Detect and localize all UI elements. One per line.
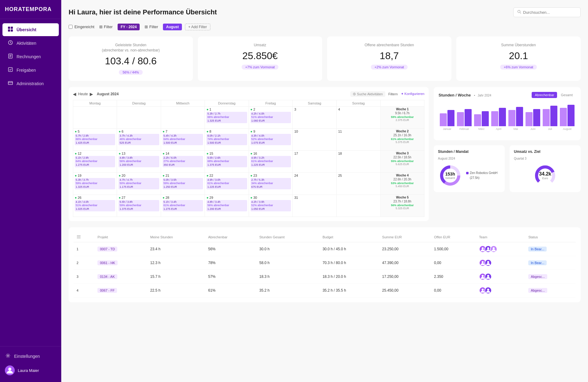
bar-light	[560, 108, 567, 126]
cal-prev-button[interactable]: ◀	[73, 92, 76, 96]
month-chip[interactable]: August	[163, 24, 182, 30]
status-cell: Abgesc...	[525, 270, 576, 283]
calendar-day[interactable]: ●294.8h / 3.4h56% abrechenbar1.200 EUR	[205, 195, 249, 217]
admin-icon	[7, 81, 13, 87]
calendar-day[interactable]: 31	[292, 195, 336, 217]
svg-point-25	[487, 275, 489, 277]
th-stunden-gesamt: Stunden Gesamt	[256, 232, 319, 242]
calendar-card: ◀ Heute ▶ August 2024 Suche Aktivitäten …	[69, 87, 429, 221]
sidebar-item-label: Aktivitäten	[17, 41, 36, 46]
filter-button-2[interactable]: ⊞ Filter	[143, 23, 160, 30]
user-profile[interactable]: Laura Maier	[2, 362, 59, 378]
summe-eur-cell: 47.390,00	[379, 256, 431, 270]
table-row[interactable]: 1 0007 - TD 23.4 h 56% 30.0 h 30.0 h / 4…	[74, 242, 576, 256]
bar-light	[440, 113, 447, 126]
filter-button-1[interactable]: ⊞ Filter	[97, 23, 115, 30]
th-icon	[74, 232, 94, 242]
calendar-day[interactable]: 4	[337, 106, 380, 128]
table-row[interactable]: 4 0067 - FF 22.5 h 61% 35.2 h 35.2 h / 3…	[74, 283, 576, 297]
calendar-day[interactable]: ●204.7h / 4.7h50% abrechenbar1.175 EUR	[117, 172, 161, 195]
calendar-day[interactable]: ●224.9h / 3.0h61% abrechenbar1.225 EUR	[205, 172, 249, 195]
settings-item[interactable]: Einstellungen	[2, 350, 59, 362]
add-filter-button[interactable]: + Add Filter	[185, 24, 210, 30]
avatar	[5, 365, 15, 375]
tab-gesamt[interactable]: Gesamt	[558, 92, 576, 98]
svg-rect-0	[8, 27, 10, 29]
sidebar-item-rechnungen[interactable]: Rechnungen	[2, 50, 59, 63]
calendar-day[interactable]: ●142.2h / 6.0h27% abrechenbar350 EUR	[161, 150, 205, 172]
sidebar-item-aktivitaeten[interactable]: Aktivitäten	[2, 37, 59, 50]
calendar-day[interactable]: ●134.8h / 3.8h56% abrechenbar1.200 EUR	[117, 150, 161, 172]
sidebar-item-freigaben[interactable]: Freigaben	[2, 64, 59, 77]
calendar-day[interactable]: ●63.7h / 4.3h46% abrechenbar525 EUR	[117, 128, 161, 150]
calendar-day[interactable]: ●94.3h / 4.0h52% abrechenbar1.075 EUR	[249, 128, 292, 150]
calendar-day[interactable]: ●304.2h / 3.9h52% abrechenbar1.050 EUR	[249, 195, 292, 217]
col-freitag: Freitag	[249, 100, 292, 106]
calendar-week-summary: Woche 4 22.6h / 20.3h 53% abrechenbar 5.…	[380, 172, 424, 195]
sidebar-item-administration[interactable]: Administration	[2, 77, 59, 90]
search-input[interactable]	[523, 10, 577, 15]
calendar-day[interactable]: ●285.1h / 3.4h61% abrechenbar1.275 EUR	[161, 195, 205, 217]
svg-point-24	[482, 275, 484, 277]
page-header: Hi Laura, hier ist deine Performance Übe…	[69, 7, 581, 17]
table-row[interactable]: 2 0061 - HK 12.3 h 78% 58.0 h 70.3 h / 8…	[74, 256, 576, 270]
configure-label[interactable]: ✦ Konfigurieren	[401, 92, 425, 96]
bar-group	[560, 105, 575, 126]
search-box[interactable]	[513, 7, 581, 17]
calendar-day[interactable]: 10	[292, 128, 336, 150]
calendar-day[interactable]: ●15.3h / 2.7h66% abrechenbar1.325 EUR	[205, 106, 249, 128]
bar-group	[474, 111, 489, 126]
summe-eur-cell: 25.450,00	[379, 283, 431, 297]
kpi-value-3: 20.1	[462, 50, 575, 62]
eingereicht-filter[interactable]: Eingereicht	[69, 25, 94, 29]
calendar-day[interactable]: 11	[337, 128, 380, 150]
calendar-day[interactable]: ●125.1h / 2.9h64% abrechenbar1.275 EUR	[73, 150, 117, 172]
clock-icon	[7, 40, 13, 46]
sidebar-item-uebersicht[interactable]: Übersicht	[2, 23, 59, 36]
year-chip[interactable]: FY - 2024	[118, 24, 140, 30]
calendar-day[interactable]: 18	[337, 150, 380, 172]
kpi-badge-0: 56% / 44%	[119, 70, 142, 75]
calendar-day[interactable]: ●264.1h / 4.0h51% abrechenbar1.025 EUR	[73, 195, 117, 217]
calendar-day[interactable]: ●75.4h / 4.3h64% abrechenbar1.500 EUR	[161, 128, 205, 150]
calendar-week-summary: Woche 3 22.5h / 18.5h 55% abrechenbar 5.…	[380, 150, 424, 172]
my-hours-cell: 23.4 h	[147, 242, 205, 256]
table-row[interactable]: 3 0134 - AK 15.7 h 57% 18.3 h 18.3 h / 2…	[74, 270, 576, 283]
row-num: 3	[74, 270, 94, 283]
calendar-week-summary: Woche 2 25.1h / 16.3h 61% abrechenbar 5.…	[380, 128, 424, 150]
calendar-day[interactable]: 24	[292, 172, 336, 195]
sidebar-nav: Übersicht Aktivitäten Rechnungen	[0, 19, 61, 346]
donut-umsatz-subtitle: Quartal 3	[514, 157, 541, 160]
donut-center-label: 153h Gesamt	[445, 172, 455, 180]
month-year-label: August 2024	[97, 92, 119, 96]
donut-stunden-subtitle: August 2024	[438, 157, 469, 160]
kpi-badge-2: +2% zum Vormonat	[371, 65, 408, 70]
kpi-label-1: Umsatz	[204, 43, 316, 48]
calendar-day[interactable]: ●155.5h / 2.6h68% abrechenbar1.375 EUR	[205, 150, 249, 172]
col-donnerstag: Donnerstag	[205, 100, 249, 106]
calendar-day[interactable]: ●195.3h / 3.7h59% abrechenbar1.325 EUR	[73, 172, 117, 195]
calendar-day[interactable]: ●232.7h / 5.3h34% abrechenbar675 EUR	[249, 172, 292, 195]
calendar-day[interactable]: ●24.2h / 4.0h51% abrechenbar1.060 EUR	[249, 106, 292, 128]
abrechenbar-cell: 56%	[205, 242, 256, 256]
search-icon	[517, 9, 521, 15]
filter-icon: ⊞	[99, 25, 103, 29]
bar-dark	[482, 111, 489, 126]
calendar-day[interactable]: ●215.0h / 3.5h59% abrechenbar1.250 EUR	[161, 172, 205, 195]
kpi-label-0: Geleistete Stunden(abrechenbar vs. non-a…	[75, 43, 187, 53]
calendar-day[interactable]: 25	[337, 172, 380, 195]
cal-next-button[interactable]: ▶	[90, 92, 93, 96]
tab-abrechenbar[interactable]: Abrechenbar	[532, 92, 557, 98]
row-num: 4	[74, 283, 94, 297]
col-sonntag: Sonntag	[337, 100, 380, 106]
calendar-day[interactable]: 17	[292, 150, 336, 172]
calendar-week-summary: Woche 1 9.5h / 6.7h 59% abrechenbar 2.37…	[380, 106, 424, 128]
calendar-day[interactable]: ●164.9h / 3.2h61% abrechenbar1.225 EUR	[249, 150, 292, 172]
calendar-day[interactable]: 3	[292, 106, 336, 128]
sidebar-footer: Einstellungen Laura Maier	[0, 346, 61, 382]
calendar-day[interactable]: ●86.0h / 2.1h74% abrechenbar1.500 EUR	[205, 128, 249, 150]
calendar-day[interactable]: ●55.7h / 2.9h66% abrechenbar1.425 EUR	[73, 128, 117, 150]
stunden-gesamt-cell: 18.3 h	[256, 270, 319, 283]
eingereicht-checkbox[interactable]	[69, 25, 73, 29]
calendar-day[interactable]: ●275.5h / 3.8h59% abrechenbar1.375 EUR	[117, 195, 161, 217]
